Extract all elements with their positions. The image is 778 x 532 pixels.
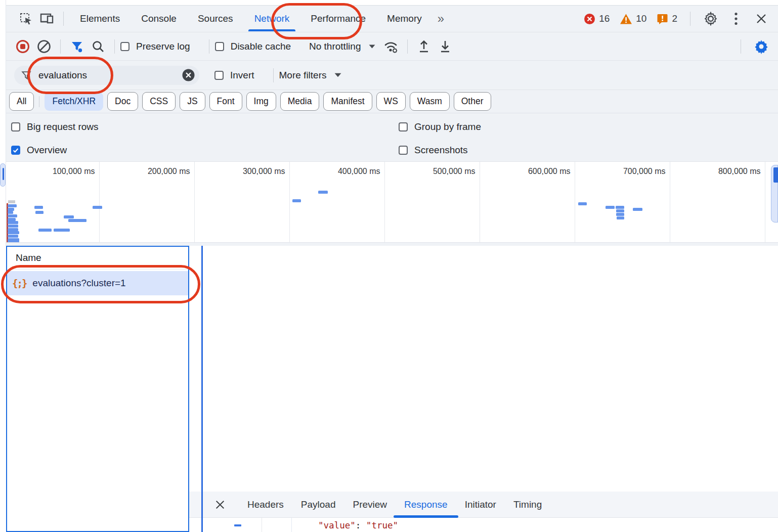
throttling-dropdown[interactable]: No throttling	[309, 41, 375, 52]
filter-chip-font[interactable]: Font	[209, 92, 242, 111]
divider	[39, 96, 39, 107]
console-errors-badge[interactable]: 16	[584, 13, 610, 25]
divider	[60, 39, 61, 54]
waterfall-bar	[64, 215, 74, 218]
gridline	[575, 162, 575, 242]
details-tabs: HeadersPayloadPreviewResponseInitiatorTi…	[239, 492, 550, 517]
waterfall-bar	[578, 202, 587, 205]
details-tab-payload[interactable]: Payload	[292, 492, 344, 517]
network-toolbar: Preserve log Disable cache No throttling	[6, 32, 778, 61]
waterfall-bar	[8, 218, 16, 221]
network-overview-timeline[interactable]: 100,000 ms200,000 ms300,000 ms400,000 ms…	[6, 162, 778, 243]
filter-chip-wasm[interactable]: Wasm	[410, 92, 450, 111]
waterfall-bar-gray	[8, 200, 15, 203]
response-code-viewer[interactable]: "value": "true"},{"flag": "PL_ADD_RBAC_C…	[203, 518, 778, 532]
details-tab-timing[interactable]: Timing	[505, 492, 550, 517]
record-network-log-button[interactable]	[12, 36, 33, 57]
network-options: Big request rows Group by frame Overview…	[6, 113, 778, 162]
gridline	[99, 162, 100, 242]
more-filters-label: More filters	[279, 70, 327, 81]
gridline	[384, 162, 385, 242]
tab-elements[interactable]: Elements	[69, 6, 131, 32]
import-har-icon[interactable]	[413, 36, 435, 57]
overview-left-handle[interactable]	[0, 163, 6, 187]
filter-chip-other[interactable]: Other	[454, 92, 491, 111]
waterfall-bar	[8, 211, 13, 214]
filter-chip-img[interactable]: Img	[246, 92, 276, 111]
waterfall-bar	[606, 206, 615, 209]
more-panels-icon[interactable]: »	[433, 12, 448, 26]
device-toolbar-button[interactable]	[36, 9, 58, 29]
filter-chip-css[interactable]: CSS	[142, 92, 176, 111]
group-by-frame-checkbox[interactable]	[399, 122, 408, 131]
waterfall-bar	[8, 235, 18, 238]
filter-chip-fetch-xhr[interactable]: Fetch/XHR	[45, 92, 103, 111]
details-tab-initiator[interactable]: Initiator	[456, 492, 505, 517]
waterfall-bar	[68, 219, 87, 222]
details-tab-preview[interactable]: Preview	[344, 492, 396, 517]
tab-performance[interactable]: Performance	[300, 6, 376, 32]
error-icon	[584, 13, 595, 25]
search-icon[interactable]	[88, 36, 109, 57]
waterfall-bar	[8, 208, 14, 211]
invert-filter-checkbox[interactable]	[214, 71, 224, 80]
filter-chip-js[interactable]: JS	[180, 92, 205, 111]
time-tick-label: 300,000 ms	[243, 167, 285, 176]
overview-right-handle[interactable]	[771, 165, 778, 223]
waterfall-bar	[616, 209, 624, 212]
time-tick-label: 600,000 ms	[528, 167, 571, 176]
waterfall-bar	[8, 228, 18, 231]
filter-input[interactable]: evaluations	[14, 66, 199, 85]
filter-chip-manifest[interactable]: Manifest	[323, 92, 372, 111]
name-column-header[interactable]: Name	[7, 247, 188, 270]
close-devtools-icon[interactable]	[751, 9, 772, 29]
settings-gear-icon[interactable]	[700, 9, 721, 29]
details-tab-headers[interactable]: Headers	[239, 492, 292, 517]
export-har-icon[interactable]	[435, 36, 456, 57]
tab-sources[interactable]: Sources	[187, 6, 244, 32]
overview-checkbox[interactable]	[11, 146, 20, 155]
close-details-icon[interactable]	[212, 497, 228, 512]
waterfall-bar	[8, 214, 17, 217]
filter-chip-media[interactable]: Media	[280, 92, 320, 111]
request-name: evaluations?cluster=1	[32, 278, 125, 289]
more-filters-dropdown[interactable]: More filters	[279, 70, 341, 81]
gridline	[670, 162, 670, 242]
network-conditions-icon[interactable]	[380, 36, 402, 57]
waterfall-bar	[292, 199, 301, 202]
chevron-down-icon	[369, 45, 375, 49]
resource-type-chips: AllFetch/XHRDocCSSJSFontImgMediaManifest…	[6, 90, 778, 113]
filter-chip-all[interactable]: All	[9, 92, 34, 111]
issues-badge[interactable]: 2	[657, 13, 677, 25]
funnel-icon	[21, 70, 31, 80]
disable-cache-label: Disable cache	[231, 41, 291, 52]
code-gutter	[203, 518, 262, 532]
filter-chip-doc[interactable]: Doc	[107, 92, 138, 111]
filter-icon[interactable]	[66, 36, 88, 57]
preserve-log-checkbox[interactable]	[120, 42, 129, 51]
fold-marker[interactable]	[234, 524, 241, 526]
response-line: "value": "true"	[203, 518, 778, 532]
details-tab-response[interactable]: Response	[396, 492, 456, 517]
tab-memory[interactable]: Memory	[376, 6, 433, 32]
clear-filter-icon[interactable]	[182, 68, 195, 82]
clear-network-log-button[interactable]	[33, 36, 55, 57]
tab-network[interactable]: Network	[244, 6, 300, 32]
network-settings-gear-icon[interactable]	[751, 36, 772, 57]
tab-console[interactable]: Console	[131, 6, 187, 32]
time-tick-label: 700,000 ms	[623, 167, 666, 176]
panel-splitter[interactable]	[201, 246, 203, 532]
console-warnings-badge[interactable]: 10	[620, 13, 646, 25]
waterfall-bar	[318, 191, 328, 194]
request-row[interactable]: {;} evaluations?cluster=1	[7, 271, 188, 295]
inspect-element-button[interactable]	[15, 9, 36, 29]
filter-chip-ws[interactable]: WS	[376, 92, 406, 111]
panel-tabs: ElementsConsoleSourcesNetworkPerformance…	[69, 6, 433, 32]
disable-cache-checkbox[interactable]	[215, 42, 224, 51]
big-request-rows-checkbox[interactable]	[11, 122, 20, 131]
screenshots-checkbox[interactable]	[399, 146, 408, 155]
filter-input-value: evaluations	[38, 70, 182, 81]
waterfall-bar	[633, 208, 642, 211]
divider	[273, 68, 274, 82]
kebab-menu-icon[interactable]	[725, 9, 747, 29]
